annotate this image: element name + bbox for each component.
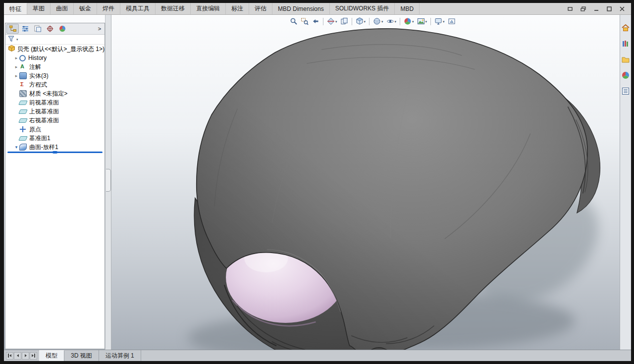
document-tab[interactable]: 3D 视图 (64, 350, 99, 361)
ribbon-tab[interactable]: 直接编辑 (191, 3, 226, 14)
ribbon-tab[interactable]: 标注 (226, 3, 249, 14)
maximize-icon[interactable] (606, 6, 612, 12)
document-minimize-icon[interactable] (567, 6, 574, 12)
expand-arrow-icon[interactable] (13, 56, 19, 60)
ribbon-tab-label: 曲面 (56, 4, 68, 13)
rollback-bar[interactable] (7, 152, 103, 153)
featuremanager-design-tree-tab[interactable] (6, 24, 19, 34)
tree-item-label: History (28, 54, 47, 61)
ribbon-tab-label: 数据迁移 (161, 4, 185, 13)
previous-tab-button[interactable] (14, 352, 21, 360)
zoom-to-fit-button[interactable] (289, 16, 299, 26)
hud-separator (400, 18, 400, 25)
feature-icon (19, 63, 27, 70)
zoom-to-area-button[interactable] (300, 16, 310, 26)
hide-show-items-button[interactable]: ▾ (385, 16, 398, 26)
tree-item[interactable]: 原点 (5, 125, 105, 134)
previous-view-button[interactable] (311, 16, 320, 26)
tree-item-label: 上视基准面 (29, 107, 59, 116)
ribbon-tabs: 特征 草图 曲面 钣金 焊件 模具工具 (4, 3, 420, 14)
solidworks-window: 特征 草图 曲面 钣金 焊件 模具工具 (4, 3, 631, 361)
graphics-area[interactable]: ▾ ▾ ▾ ▾ ▾ (4, 15, 620, 350)
ribbon-tab[interactable]: 模具工具 (120, 3, 156, 14)
edit-appearance-button[interactable]: ▾ (403, 16, 415, 26)
propertymanager-tab[interactable] (19, 24, 31, 34)
tree-item[interactable]: History (5, 53, 105, 62)
tree-item[interactable]: 上视基准面 (5, 107, 105, 116)
tree-item[interactable]: 基准面1 (5, 134, 105, 143)
ribbon-tab[interactable]: 钣金 (74, 3, 97, 14)
hud-separator (323, 18, 323, 25)
document-tab[interactable]: 模型 (39, 350, 64, 361)
ribbon-tab-label: MBD Dimensions (278, 5, 324, 12)
last-tab-button[interactable] (30, 352, 37, 360)
feature-icon (18, 136, 28, 141)
feature-tree: History 注解 实体(3) (5, 53, 105, 151)
ribbon-tab[interactable]: 草图 (27, 3, 51, 14)
file-explorer-icon[interactable] (621, 54, 631, 64)
ribbon-tab[interactable]: 特征 (4, 3, 27, 14)
tree-root-label: 贝壳 (默认<<默认>_显示状态 1>) (17, 45, 105, 53)
display-style-button[interactable]: ▾ (372, 16, 384, 26)
heads-up-toolbar: ▾ ▾ ▾ ▾ ▾ (289, 16, 457, 26)
expand-arrow-icon[interactable] (13, 65, 19, 69)
3d-drawing-view-button[interactable] (447, 16, 457, 26)
part-icon (8, 45, 15, 53)
expand-arrow-icon[interactable] (13, 74, 19, 78)
panel-expand-chevron[interactable]: > (96, 24, 104, 33)
next-tab-button[interactable] (22, 352, 29, 360)
first-tab-button[interactable] (6, 352, 13, 360)
design-library-icon[interactable] (621, 39, 631, 48)
document-tab-bar: 模型 3D 视图 运动算例 1 (4, 350, 631, 361)
ribbon-tab-label: 钣金 (79, 4, 91, 13)
configurationmanager-tab[interactable] (31, 24, 44, 34)
tree-root-item[interactable]: 贝壳 (默认<<默认>_显示状态 1>) (5, 45, 105, 53)
tree-item[interactable]: 前视基准面 (5, 98, 105, 107)
tree-filter-row: ▾ (5, 35, 105, 45)
section-view-button[interactable]: ▾ (326, 16, 338, 26)
ribbon-tab-label: MBD (400, 5, 414, 12)
ribbon-tab[interactable]: SOLIDWORKS 插件 (330, 3, 395, 14)
filter-funnel-icon[interactable] (7, 35, 15, 44)
view-settings-button[interactable]: ▾ (433, 16, 446, 26)
tree-item-label: 原点 (29, 125, 41, 134)
tree-item[interactable]: 曲面-放样1 (5, 143, 105, 151)
panel-splitter[interactable] (105, 15, 111, 350)
feature-icon (18, 109, 28, 114)
view-orientation-button[interactable]: ▾ (355, 16, 367, 26)
tree-item-label: 前视基准面 (29, 99, 59, 107)
hud-separator (430, 18, 431, 25)
filter-dropdown-arrow[interactable]: ▾ (16, 38, 18, 41)
document-tab-label: 模型 (46, 352, 57, 360)
ribbon-tab[interactable]: MBD (395, 3, 420, 14)
apply-scene-button[interactable]: ▾ (416, 16, 428, 26)
tree-item[interactable]: 实体(3) (5, 71, 105, 80)
dynamic-annotation-views-button[interactable] (339, 16, 349, 26)
window-controls (561, 3, 631, 14)
ribbon-tab[interactable]: 评估 (249, 3, 272, 14)
tree-item[interactable]: 材质 <未指定> (5, 89, 105, 98)
splitter-handle[interactable] (106, 169, 111, 192)
solidworks-resources-home-icon[interactable] (621, 23, 631, 32)
displaymanager-tab[interactable] (56, 24, 68, 34)
ribbon-tab[interactable]: MBD Dimensions (272, 3, 330, 14)
tree-item[interactable]: 方程式 (5, 80, 105, 89)
document-tab[interactable]: 运动算例 1 (99, 350, 141, 361)
dimxpertmanager-tab[interactable] (44, 24, 56, 34)
ribbon-tab-label: 标注 (231, 4, 243, 13)
feature-icon (18, 101, 28, 105)
ribbon-tab-bar: 特征 草图 曲面 钣金 焊件 模具工具 (4, 3, 631, 15)
ribbon-tab-label: 特征 (9, 5, 21, 13)
document-restore-icon[interactable] (580, 6, 586, 12)
expand-arrow-icon[interactable] (13, 145, 19, 150)
ribbon-tab[interactable]: 数据迁移 (156, 3, 191, 14)
minimize-icon[interactable] (593, 6, 599, 12)
tree-item-label: 方程式 (29, 81, 47, 89)
tree-item[interactable]: 注解 (5, 62, 105, 71)
ribbon-tab[interactable]: 曲面 (51, 3, 74, 14)
appearances-icon[interactable] (621, 70, 631, 80)
tree-item[interactable]: 右视基准面 (5, 116, 105, 125)
close-icon[interactable] (619, 6, 625, 12)
ribbon-tab[interactable]: 焊件 (97, 3, 120, 14)
custom-properties-icon[interactable] (621, 86, 631, 96)
